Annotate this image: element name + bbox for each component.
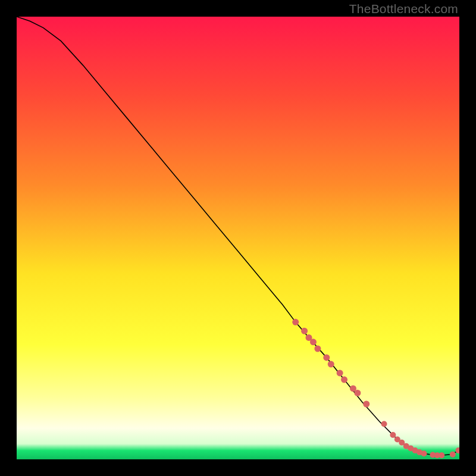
chart-frame: [17, 17, 459, 459]
sample-dot: [363, 401, 369, 408]
gradient-background: [17, 17, 459, 459]
watermark-text: TheBottleneck.com: [349, 2, 458, 16]
sample-dot: [314, 346, 321, 352]
chart-svg: [17, 17, 459, 459]
sample-dot: [381, 421, 387, 427]
sample-dot: [310, 339, 317, 345]
sample-dot: [323, 354, 330, 361]
sample-dot: [341, 377, 347, 383]
chart-plot-area: [17, 17, 459, 459]
sample-dot: [421, 450, 427, 456]
sample-dot: [292, 319, 299, 325]
sample-dot: [337, 369, 343, 376]
sample-dot: [354, 390, 361, 396]
sample-dot: [450, 452, 456, 458]
sample-dot: [301, 328, 308, 334]
sample-dot: [390, 432, 396, 438]
sample-dot: [439, 452, 444, 458]
sample-dot: [328, 361, 334, 368]
